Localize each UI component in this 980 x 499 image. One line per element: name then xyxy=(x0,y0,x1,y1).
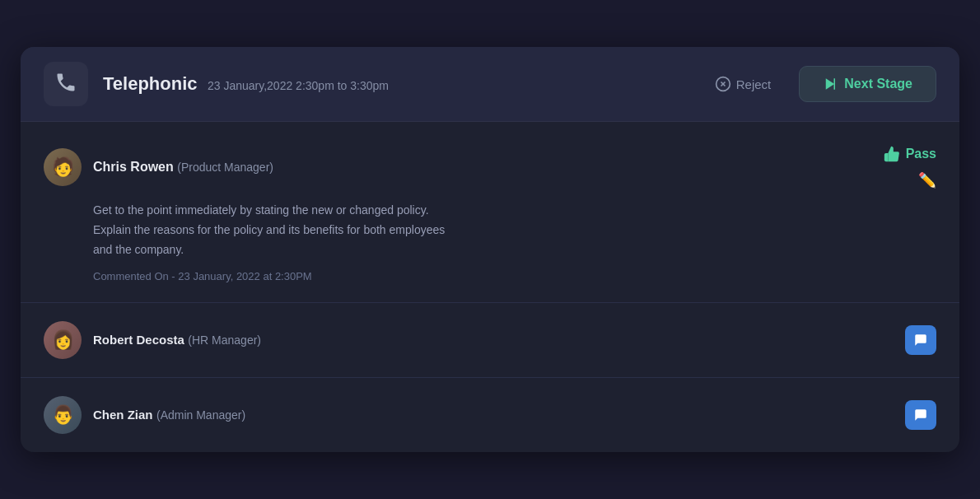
card-header: Telephonic 23 January,2022 2:30pm to 3:3… xyxy=(21,47,959,122)
interview-type: Telephonic xyxy=(103,73,198,94)
thumbsup-icon xyxy=(883,145,901,163)
avatar-chen: 👨 xyxy=(44,396,82,434)
comment-row-chen: 👨 Chen Zian (Admin Manager) xyxy=(21,378,959,452)
commenter-name-robert: Robert Decosta xyxy=(93,333,184,347)
interview-date: 23 January,2022 2:30pm to 3:30pm xyxy=(208,79,389,92)
commenter-info-chris: Chris Rowen (Product Manager) xyxy=(93,160,273,175)
header-icon-wrap xyxy=(44,62,88,106)
comment-row-chris: 🧑 Chris Rowen (Product Manager) Pass ✏️ xyxy=(21,122,959,302)
svg-marker-3 xyxy=(826,79,835,91)
card-body: 🧑 Chris Rowen (Product Manager) Pass ✏️ xyxy=(21,122,959,451)
commenter-info-robert: Robert Decosta (HR Manager) xyxy=(93,333,261,347)
pass-label: Pass xyxy=(906,147,936,161)
commenter-role-chen: (Admin Manager) xyxy=(156,408,245,422)
reject-button[interactable]: Reject xyxy=(702,69,785,99)
comment-row-robert: 👩 Robert Decosta (HR Manager) xyxy=(21,303,959,378)
comment-row-top: 🧑 Chris Rowen (Product Manager) Pass ✏️ xyxy=(44,145,936,189)
next-stage-button[interactable]: Next Stage xyxy=(799,66,936,102)
chat-button-robert[interactable] xyxy=(905,325,936,355)
avatar-chris: 🧑 xyxy=(44,148,82,186)
reject-icon xyxy=(715,76,731,92)
commenter-role-chris: (Product Manager) xyxy=(177,161,273,174)
chris-action: Pass ✏️ xyxy=(883,145,936,189)
header-title-group: Telephonic 23 January,2022 2:30pm to 3:3… xyxy=(103,73,389,95)
next-stage-label: Next Stage xyxy=(844,77,912,91)
chat-button-chen[interactable] xyxy=(905,400,936,430)
edit-icon[interactable]: ✏️ xyxy=(918,171,936,189)
next-stage-icon xyxy=(823,77,838,91)
comment-body-chris: Get to the point immediately by stating … xyxy=(93,201,936,259)
chat-icon-robert xyxy=(913,333,928,347)
comment-timestamp-chris: Commented On - 23 January, 2022 at 2:30P… xyxy=(93,270,936,282)
commenter-role-robert: (HR Manager) xyxy=(188,333,261,347)
commenter-name-chen: Chen Zian xyxy=(93,408,153,422)
reject-label: Reject xyxy=(736,77,772,91)
phone-icon xyxy=(54,71,77,97)
interview-card: Telephonic 23 January,2022 2:30pm to 3:3… xyxy=(21,47,959,451)
pass-badge: Pass xyxy=(883,145,936,163)
chat-icon-chen xyxy=(913,408,928,422)
avatar-robert: 👩 xyxy=(44,321,82,359)
commenter-info-chen: Chen Zian (Admin Manager) xyxy=(93,408,245,422)
commenter-name-chris: Chris Rowen xyxy=(93,160,174,174)
